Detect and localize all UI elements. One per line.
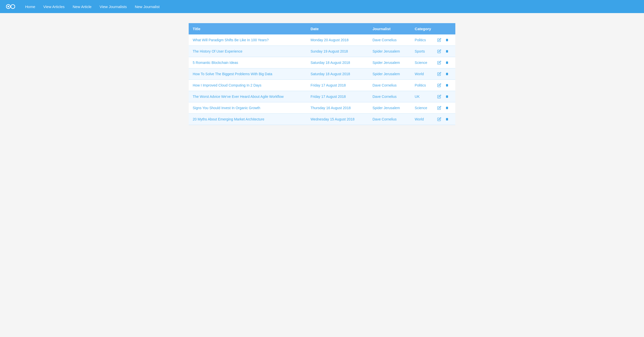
cell-edit (435, 114, 445, 125)
cell-journalist: Dave Cornelius (369, 34, 411, 46)
cell-edit (435, 46, 445, 57)
svg-point-1 (11, 5, 15, 9)
cell-title: 5 Romantic Blockchain Ideas (189, 57, 306, 68)
cell-title: How To Solve The Biggest Problems With B… (189, 68, 306, 80)
cell-delete (445, 46, 455, 57)
delete-button[interactable] (445, 106, 449, 110)
col-category: Category (411, 23, 455, 34)
cell-category: Sports (411, 46, 435, 57)
cell-category: World (411, 114, 435, 125)
cell-date: Friday 17 August 2018 (306, 80, 368, 91)
nav-home[interactable]: Home (25, 5, 35, 9)
cell-edit (435, 91, 445, 102)
cell-delete (445, 91, 455, 102)
cell-date: Saturday 18 August 2018 (306, 57, 368, 68)
logo (6, 4, 15, 9)
cell-title: Signs You Should Invest In Organic Growt… (189, 102, 306, 114)
delete-button[interactable] (445, 49, 449, 53)
col-date: Date (306, 23, 368, 34)
edit-button[interactable] (437, 117, 441, 121)
cell-date: Friday 17 August 2018 (306, 91, 368, 102)
edit-button[interactable] (437, 61, 441, 65)
table-row: 5 Romantic Blockchain IdeasSaturday 18 A… (189, 57, 455, 68)
delete-button[interactable] (445, 61, 449, 65)
delete-button[interactable] (445, 72, 449, 76)
navbar: Home View Articles New Article View Jour… (0, 0, 644, 13)
cell-category: Science (411, 57, 435, 68)
delete-button[interactable] (445, 38, 449, 42)
edit-button[interactable] (437, 83, 441, 87)
table-row: Signs You Should Invest In Organic Growt… (189, 102, 455, 114)
col-journalist: Journalist (369, 23, 411, 34)
cell-journalist: Spider Jerusalem (369, 102, 411, 114)
cell-journalist: Spider Jerusalem (369, 46, 411, 57)
cell-delete (445, 68, 455, 80)
table-row: What Will Paradigm Shifts Be Like In 100… (189, 34, 455, 46)
cell-delete (445, 57, 455, 68)
delete-button[interactable] (445, 95, 449, 99)
edit-button[interactable] (437, 38, 441, 42)
cell-title: What Will Paradigm Shifts Be Like In 100… (189, 34, 306, 46)
edit-button[interactable] (437, 106, 441, 110)
cell-delete (445, 80, 455, 91)
cell-delete (445, 114, 455, 125)
main-content: Title Date Journalist Category What Will… (184, 23, 460, 125)
cell-category: Science (411, 102, 435, 114)
cell-edit (435, 34, 445, 46)
cell-journalist: Spider Jerusalem (369, 68, 411, 80)
table-row: The History Of User ExperienceSunday 19 … (189, 46, 455, 57)
cell-title: 20 Myths About Emerging Market Architect… (189, 114, 306, 125)
cell-edit (435, 80, 445, 91)
cell-date: Saturday 18 August 2018 (306, 68, 368, 80)
nav-new-journalist[interactable]: New Journalist (135, 5, 159, 9)
cell-date: Monday 20 August 2018 (306, 34, 368, 46)
nav-view-journalists[interactable]: View Journalists (100, 5, 127, 9)
edit-button[interactable] (437, 95, 441, 99)
cell-delete (445, 102, 455, 114)
cell-edit (435, 102, 445, 114)
nav-new-article[interactable]: New Article (73, 5, 92, 9)
cell-category: UK (411, 91, 435, 102)
cell-category: Politics (411, 80, 435, 91)
table-body: What Will Paradigm Shifts Be Like In 100… (189, 34, 455, 125)
col-title: Title (189, 23, 306, 34)
cell-title: The Worst Advice We've Ever Heard About … (189, 91, 306, 102)
logo-icon (6, 4, 15, 9)
table-row: How To Solve The Biggest Problems With B… (189, 68, 455, 80)
cell-delete (445, 34, 455, 46)
cell-category: World (411, 68, 435, 80)
cell-edit (435, 68, 445, 80)
delete-button[interactable] (445, 117, 449, 121)
nav-view-articles[interactable]: View Articles (43, 5, 65, 9)
delete-button[interactable] (445, 83, 449, 87)
cell-journalist: Dave Cornelius (369, 80, 411, 91)
table-row: 20 Myths About Emerging Market Architect… (189, 114, 455, 125)
cell-category: Politics (411, 34, 435, 46)
edit-button[interactable] (437, 49, 441, 53)
svg-point-2 (8, 6, 9, 7)
cell-journalist: Spider Jerusalem (369, 57, 411, 68)
cell-date: Sunday 19 August 2018 (306, 46, 368, 57)
cell-date: Wednesday 15 August 2018 (306, 114, 368, 125)
cell-date: Thursday 16 August 2018 (306, 102, 368, 114)
table-row: The Worst Advice We've Ever Heard About … (189, 91, 455, 102)
cell-journalist: Dave Cornelius (369, 91, 411, 102)
edit-button[interactable] (437, 72, 441, 76)
cell-title: The History Of User Experience (189, 46, 306, 57)
articles-table: Title Date Journalist Category What Will… (189, 23, 455, 125)
cell-title: How I Improved Cloud Computing In 2 Days (189, 80, 306, 91)
cell-edit (435, 57, 445, 68)
cell-journalist: Dave Cornelius (369, 114, 411, 125)
table-header: Title Date Journalist Category (189, 23, 455, 34)
table-row: How I Improved Cloud Computing In 2 Days… (189, 80, 455, 91)
